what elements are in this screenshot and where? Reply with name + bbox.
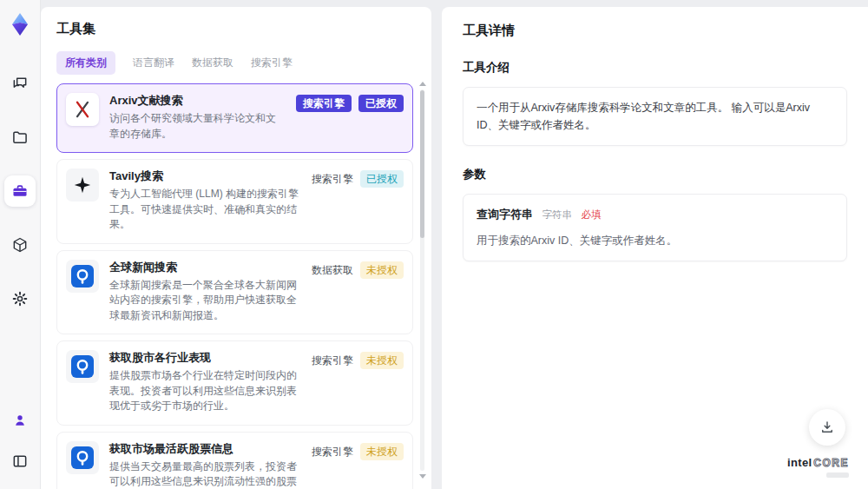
brand-primary: intel bbox=[787, 456, 812, 469]
sidebar bbox=[0, 0, 41, 489]
news-search-icon bbox=[71, 265, 94, 287]
scroll-down-icon[interactable] bbox=[419, 474, 426, 479]
param-description: 用于搜索的Arxiv ID、关键字或作者姓名。 bbox=[477, 232, 833, 249]
scrollbar[interactable] bbox=[418, 82, 426, 479]
sidebar-item-chat[interactable] bbox=[4, 68, 36, 99]
tab-data-fetch[interactable]: 数据获取 bbox=[192, 51, 233, 75]
tool-icon bbox=[66, 169, 99, 202]
intel-core-badge: intelcore bbox=[787, 455, 849, 478]
sidebar-item-settings[interactable] bbox=[4, 283, 36, 314]
tab-search-engine[interactable]: 搜索引擎 bbox=[251, 51, 293, 75]
sidebar-item-packages[interactable] bbox=[4, 229, 36, 261]
news-search-icon bbox=[71, 446, 94, 469]
param-box: 查询字符串 字符串 必填 用于搜索的Arxiv ID、关键字或作者姓名。 bbox=[463, 194, 847, 261]
brand-subtext bbox=[826, 472, 849, 478]
tool-name: Arxiv文献搜索 bbox=[109, 93, 286, 108]
page-title: 工具集 bbox=[56, 21, 415, 37]
tool-name: Tavily搜索 bbox=[109, 169, 301, 183]
star-icon bbox=[71, 174, 94, 196]
user-icon bbox=[12, 413, 28, 428]
tool-list-item[interactable]: 获取市场最活跃股票信息 提供当天交易量最高的股票列表，投资者可以利用这些信息来识… bbox=[56, 432, 413, 489]
folder-icon bbox=[11, 129, 29, 146]
param-required-badge: 必填 bbox=[581, 209, 601, 220]
sidebar-item-tools[interactable] bbox=[4, 175, 36, 207]
tool-icon bbox=[66, 441, 99, 474]
params-section-title: 参数 bbox=[463, 167, 847, 182]
tool-icon bbox=[66, 93, 99, 126]
tool-auth-badge: 未授权 bbox=[360, 443, 404, 460]
category-tabs: 所有类别 语言翻译 数据获取 搜索引擎 bbox=[56, 51, 415, 75]
tool-icon bbox=[66, 260, 99, 293]
tool-description: 全球新闻搜索是一个聚合全球各大新闻网站内容的搜索引擎，帮助用户快速获取全球最新资… bbox=[109, 278, 301, 324]
download-icon bbox=[819, 420, 835, 435]
arxiv-logo-icon bbox=[71, 98, 94, 121]
sidebar-item-files[interactable] bbox=[4, 122, 36, 153]
tool-description: 访问各个研究领域大量科学论文和文章的存储库。 bbox=[109, 111, 286, 142]
scrollbar-thumb[interactable] bbox=[420, 90, 424, 238]
tool-auth-badge: 已授权 bbox=[358, 95, 404, 112]
tool-icon bbox=[66, 350, 99, 383]
detail-title: 工具详情 bbox=[463, 23, 847, 39]
tool-category-tag: 数据获取 bbox=[312, 261, 353, 279]
news-search-icon bbox=[71, 355, 94, 378]
tab-all-categories[interactable]: 所有类别 bbox=[56, 51, 115, 75]
intro-box: 一个用于从Arxiv存储库搜索科学论文和文章的工具。 输入可以是Arxiv ID… bbox=[463, 87, 847, 146]
tool-name: 获取股市各行业表现 bbox=[109, 350, 301, 365]
tool-description: 提供股票市场各个行业在特定时间段内的表现。投资者可以利用这些信息来识别表现优于或… bbox=[109, 368, 301, 414]
briefcase-icon bbox=[11, 182, 29, 200]
tool-collection-panel: 工具集 所有类别 语言翻译 数据获取 搜索引擎 Arxiv文献搜索 访问各个研究… bbox=[41, 7, 431, 489]
tool-list-item[interactable]: Tavily搜索 专为人工智能代理 (LLM) 构建的搜索引擎工具。可快速提供实… bbox=[56, 159, 413, 244]
tool-category-tag: 搜索引擎 bbox=[312, 443, 353, 460]
tool-description: 提供当天交易量最高的股票列表，投资者可以利用这些信息来识别流动性强的股票和潜在的… bbox=[109, 459, 301, 489]
tool-auth-badge: 已授权 bbox=[360, 170, 404, 188]
package-icon bbox=[11, 236, 29, 254]
tool-auth-badge: 未授权 bbox=[360, 352, 404, 369]
user-avatar[interactable] bbox=[7, 407, 33, 433]
tab-language-translate[interactable]: 语言翻译 bbox=[133, 51, 174, 75]
intro-section-title: 工具介绍 bbox=[463, 60, 847, 76]
tool-name: 获取市场最活跃股票信息 bbox=[109, 441, 301, 456]
chat-icon bbox=[11, 75, 29, 92]
tool-list-item[interactable]: 全球新闻搜索 全球新闻搜索是一个聚合全球各大新闻网站内容的搜索引擎，帮助用户快速… bbox=[56, 250, 413, 335]
param-type: 字符串 bbox=[542, 209, 572, 220]
gear-icon bbox=[11, 290, 29, 307]
app-logo-icon bbox=[8, 12, 32, 36]
tool-category-tag: 搜索引擎 bbox=[312, 170, 353, 188]
tool-category-tag: 搜索引擎 bbox=[296, 95, 352, 112]
brand-secondary: core bbox=[813, 457, 849, 469]
tool-list-item[interactable]: Arxiv文献搜索 访问各个研究领域大量科学论文和文章的存储库。 搜索引擎 已授… bbox=[56, 83, 413, 153]
tool-name: 全球新闻搜索 bbox=[109, 260, 301, 274]
download-button[interactable] bbox=[809, 409, 845, 446]
scroll-up-icon[interactable] bbox=[419, 82, 426, 86]
panel-toggle-icon bbox=[11, 453, 29, 470]
tool-category-tag: 搜索引擎 bbox=[312, 352, 353, 369]
tool-list-item[interactable]: 获取股市各行业表现 提供股票市场各个行业在特定时间段内的表现。投资者可以利用这些… bbox=[56, 340, 413, 426]
tool-detail-panel: 工具详情 工具介绍 一个用于从Arxiv存储库搜索科学论文和文章的工具。 输入可… bbox=[442, 7, 868, 489]
tool-description: 专为人工智能代理 (LLM) 构建的搜索引擎工具。可快速提供实时、准确和真实的结… bbox=[109, 187, 301, 233]
tool-auth-badge: 未授权 bbox=[360, 261, 404, 279]
param-name: 查询字符串 bbox=[477, 208, 533, 221]
collapse-panel-button[interactable] bbox=[4, 446, 36, 477]
tool-list: Arxiv文献搜索 访问各个研究领域大量科学论文和文章的存储库。 搜索引擎 已授… bbox=[56, 83, 415, 489]
